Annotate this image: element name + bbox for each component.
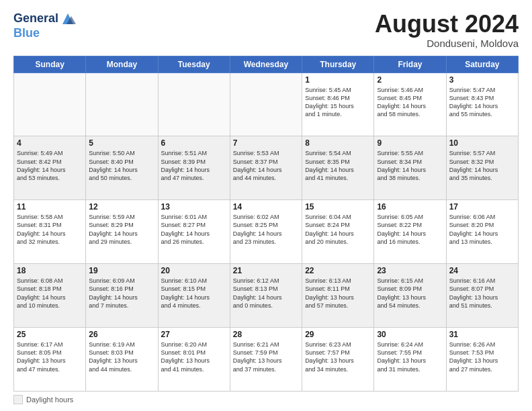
logo-text: General (13, 12, 58, 26)
calendar-day-cell: 24Sunrise: 6:16 AM Sunset: 8:07 PM Dayli… (446, 264, 518, 328)
day-number: 30 (377, 330, 443, 339)
calendar-day-cell: 18Sunrise: 6:08 AM Sunset: 8:18 PM Dayli… (14, 264, 86, 328)
day-info: Sunrise: 5:55 AM Sunset: 8:34 PM Dayligh… (377, 149, 443, 182)
day-info: Sunrise: 5:53 AM Sunset: 8:37 PM Dayligh… (233, 149, 299, 182)
location: Donduseni, Moldova (375, 38, 519, 49)
calendar-week-row: 18Sunrise: 6:08 AM Sunset: 8:18 PM Dayli… (14, 264, 519, 328)
day-info: Sunrise: 6:16 AM Sunset: 8:07 PM Dayligh… (449, 277, 515, 310)
daylight-box (13, 395, 23, 404)
day-info: Sunrise: 5:45 AM Sunset: 8:46 PM Dayligh… (305, 86, 371, 119)
day-number: 3 (449, 75, 515, 85)
day-number: 2 (377, 75, 443, 85)
calendar-day-header: Sunday (14, 56, 86, 73)
title-block: August 2024 Donduseni, Moldova (375, 11, 519, 49)
day-info: Sunrise: 5:47 AM Sunset: 8:43 PM Dayligh… (449, 86, 515, 119)
day-number: 11 (17, 202, 83, 212)
calendar-day-cell: 9Sunrise: 5:55 AM Sunset: 8:34 PM Daylig… (374, 136, 446, 200)
day-info: Sunrise: 5:54 AM Sunset: 8:35 PM Dayligh… (305, 149, 371, 182)
calendar-day-cell: 5Sunrise: 5:50 AM Sunset: 8:40 PM Daylig… (86, 136, 158, 200)
calendar-day-cell (86, 73, 158, 136)
day-number: 18 (17, 266, 83, 275)
day-number: 6 (161, 138, 227, 148)
calendar-day-cell: 25Sunrise: 6:17 AM Sunset: 8:05 PM Dayli… (14, 328, 86, 392)
calendar-day-cell: 28Sunrise: 6:21 AM Sunset: 7:59 PM Dayli… (230, 328, 302, 392)
calendar-day-cell: 26Sunrise: 6:19 AM Sunset: 8:03 PM Dayli… (86, 328, 158, 392)
day-info: Sunrise: 6:09 AM Sunset: 8:16 PM Dayligh… (89, 277, 154, 310)
day-number: 10 (449, 138, 515, 148)
logo: General Blue (13, 11, 76, 40)
calendar-day-cell: 29Sunrise: 6:23 AM Sunset: 7:57 PM Dayli… (302, 328, 374, 392)
day-info: Sunrise: 6:21 AM Sunset: 7:59 PM Dayligh… (233, 340, 299, 373)
day-number: 17 (449, 202, 515, 212)
calendar-day-cell: 19Sunrise: 6:09 AM Sunset: 8:16 PM Dayli… (86, 264, 158, 328)
day-number: 22 (305, 266, 371, 275)
day-info: Sunrise: 6:10 AM Sunset: 8:15 PM Dayligh… (161, 277, 227, 310)
day-info: Sunrise: 6:26 AM Sunset: 7:53 PM Dayligh… (449, 340, 515, 373)
day-info: Sunrise: 6:01 AM Sunset: 8:27 PM Dayligh… (161, 213, 227, 246)
calendar-week-row: 25Sunrise: 6:17 AM Sunset: 8:05 PM Dayli… (14, 328, 519, 392)
month-title: August 2024 (375, 11, 519, 38)
day-number: 29 (305, 330, 371, 339)
calendar-day-header: Monday (86, 56, 158, 73)
day-number: 15 (305, 202, 371, 212)
day-number: 13 (161, 202, 227, 212)
calendar-day-cell: 21Sunrise: 6:12 AM Sunset: 8:13 PM Dayli… (230, 264, 302, 328)
day-info: Sunrise: 6:19 AM Sunset: 8:03 PM Dayligh… (89, 340, 154, 373)
calendar-day-header: Friday (374, 56, 446, 73)
calendar-day-cell: 15Sunrise: 6:04 AM Sunset: 8:24 PM Dayli… (302, 200, 374, 264)
header: General Blue August 2024 Donduseni, Mold… (13, 11, 519, 49)
calendar-day-cell: 23Sunrise: 6:15 AM Sunset: 8:09 PM Dayli… (374, 264, 446, 328)
day-info: Sunrise: 6:08 AM Sunset: 8:18 PM Dayligh… (17, 277, 83, 310)
calendar-table: SundayMondayTuesdayWednesdayThursdayFrid… (13, 56, 519, 392)
calendar-day-header: Tuesday (158, 56, 230, 73)
day-number: 16 (377, 202, 443, 212)
day-info: Sunrise: 6:05 AM Sunset: 8:22 PM Dayligh… (377, 213, 443, 246)
logo-blue-text: Blue (13, 26, 40, 40)
day-info: Sunrise: 6:23 AM Sunset: 7:57 PM Dayligh… (305, 340, 371, 373)
footer: Daylight hours (13, 395, 519, 404)
calendar-day-cell: 1Sunrise: 5:45 AM Sunset: 8:46 PM Daylig… (302, 73, 374, 136)
day-info: Sunrise: 6:24 AM Sunset: 7:55 PM Dayligh… (377, 340, 443, 373)
calendar-day-cell: 6Sunrise: 5:51 AM Sunset: 8:39 PM Daylig… (158, 136, 230, 200)
calendar-header-row: SundayMondayTuesdayWednesdayThursdayFrid… (14, 56, 519, 73)
calendar-day-cell: 30Sunrise: 6:24 AM Sunset: 7:55 PM Dayli… (374, 328, 446, 392)
calendar-day-cell (158, 73, 230, 136)
day-number: 27 (161, 330, 227, 339)
calendar-day-cell: 3Sunrise: 5:47 AM Sunset: 8:43 PM Daylig… (446, 73, 518, 136)
calendar-day-cell: 13Sunrise: 6:01 AM Sunset: 8:27 PM Dayli… (158, 200, 230, 264)
calendar-day-cell: 22Sunrise: 6:13 AM Sunset: 8:11 PM Dayli… (302, 264, 374, 328)
day-info: Sunrise: 6:17 AM Sunset: 8:05 PM Dayligh… (17, 340, 83, 373)
calendar-day-cell: 10Sunrise: 5:57 AM Sunset: 8:32 PM Dayli… (446, 136, 518, 200)
calendar-day-cell: 20Sunrise: 6:10 AM Sunset: 8:15 PM Dayli… (158, 264, 230, 328)
day-info: Sunrise: 5:59 AM Sunset: 8:29 PM Dayligh… (89, 213, 154, 246)
day-info: Sunrise: 6:04 AM Sunset: 8:24 PM Dayligh… (305, 213, 371, 246)
day-number: 5 (89, 138, 154, 148)
calendar-day-header: Thursday (302, 56, 374, 73)
day-info: Sunrise: 5:50 AM Sunset: 8:40 PM Dayligh… (89, 149, 154, 182)
day-info: Sunrise: 6:15 AM Sunset: 8:09 PM Dayligh… (377, 277, 443, 310)
calendar-day-cell: 27Sunrise: 6:20 AM Sunset: 8:01 PM Dayli… (158, 328, 230, 392)
day-info: Sunrise: 5:46 AM Sunset: 8:45 PM Dayligh… (377, 86, 443, 119)
calendar-day-cell: 11Sunrise: 5:58 AM Sunset: 8:31 PM Dayli… (14, 200, 86, 264)
day-number: 14 (233, 202, 299, 212)
calendar-day-cell (230, 73, 302, 136)
calendar-day-cell: 14Sunrise: 6:02 AM Sunset: 8:25 PM Dayli… (230, 200, 302, 264)
day-number: 7 (233, 138, 299, 148)
day-info: Sunrise: 5:51 AM Sunset: 8:39 PM Dayligh… (161, 149, 227, 182)
calendar-day-cell: 7Sunrise: 5:53 AM Sunset: 8:37 PM Daylig… (230, 136, 302, 200)
day-number: 20 (161, 266, 227, 275)
day-number: 24 (449, 266, 515, 275)
day-info: Sunrise: 6:12 AM Sunset: 8:13 PM Dayligh… (233, 277, 299, 310)
calendar-day-cell: 16Sunrise: 6:05 AM Sunset: 8:22 PM Dayli… (374, 200, 446, 264)
day-info: Sunrise: 6:20 AM Sunset: 8:01 PM Dayligh… (161, 340, 227, 373)
calendar-day-cell (14, 73, 86, 136)
day-info: Sunrise: 6:13 AM Sunset: 8:11 PM Dayligh… (305, 277, 371, 310)
page: General Blue August 2024 Donduseni, Mold… (0, 0, 532, 411)
calendar-day-cell: 17Sunrise: 6:06 AM Sunset: 8:20 PM Dayli… (446, 200, 518, 264)
day-number: 23 (377, 266, 443, 275)
day-number: 4 (17, 138, 83, 148)
day-number: 9 (377, 138, 443, 148)
calendar-week-row: 1Sunrise: 5:45 AM Sunset: 8:46 PM Daylig… (14, 73, 519, 136)
day-number: 8 (305, 138, 371, 148)
daylight-label: Daylight hours (26, 396, 73, 404)
